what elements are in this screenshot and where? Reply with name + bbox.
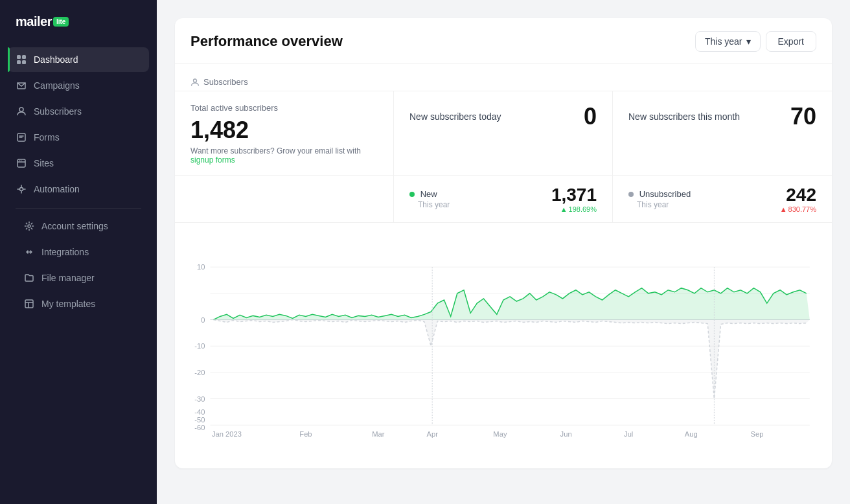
sidebar-bottom: Account settings Integrations File manag…	[8, 214, 149, 328]
new-today-value: 0	[584, 103, 597, 130]
svg-point-10	[28, 225, 30, 227]
sidebar-item-label: File manager	[41, 273, 95, 283]
file-manager-icon	[23, 272, 35, 284]
period-label: This year	[705, 36, 742, 47]
svg-text:Jul: Jul	[624, 430, 633, 438]
sidebar-item-label: Dashboard	[34, 54, 78, 65]
subscribers-label: Subscribers	[203, 77, 248, 87]
settings-icon	[23, 220, 35, 232]
new-dot	[409, 192, 415, 197]
svg-text:-10: -10	[194, 342, 205, 350]
sidebar-item-account-settings[interactable]: Account settings	[16, 214, 141, 238]
sub-stat-new-period: This year	[409, 200, 450, 209]
sub-stat-unsub-period: This year	[628, 200, 691, 209]
sub-stat-unsub-name: Unsubscribed	[628, 189, 691, 199]
sidebar-item-my-templates[interactable]: My templates	[16, 292, 141, 316]
stats-grid: Total active subscribers 1,482 Want more…	[175, 91, 832, 175]
main-content: Performance overview This year ▾ Export …	[157, 0, 850, 504]
templates-icon	[23, 298, 35, 310]
svg-point-12	[194, 79, 197, 82]
section-label: Subscribers	[190, 72, 816, 91]
sidebar-item-dashboard[interactable]: Dashboard	[8, 47, 149, 72]
sidebar-item-label: Account settings	[41, 221, 108, 231]
sidebar-item-sites[interactable]: Sites	[8, 151, 149, 176]
sub-stat-unsub-value: 242	[780, 185, 816, 205]
svg-text:-50: -50	[194, 416, 205, 424]
sub-stat-new: New This year 1,371 ▲ 198.69%	[394, 176, 613, 222]
svg-text:-40: -40	[194, 408, 205, 416]
page-title: Performance overview	[190, 33, 343, 50]
total-active-value: 1,482	[190, 117, 378, 144]
sub-stats-grid: New This year 1,371 ▲ 198.69%	[175, 175, 832, 222]
total-active-label: Total active subscribers	[190, 103, 378, 113]
grow-text: Want more subscribers? Grow your email l…	[190, 146, 378, 165]
period-selector[interactable]: This year ▾	[695, 31, 761, 52]
svg-rect-3	[22, 60, 26, 64]
svg-text:-20: -20	[194, 369, 205, 376]
sidebar-item-label: Automation	[34, 184, 80, 194]
nav-divider	[16, 208, 141, 209]
export-button[interactable]: Export	[766, 31, 816, 52]
new-month-cell: New subscribers this month 70	[613, 91, 832, 175]
sidebar-nav: Dashboard Campaigns Subscribers	[0, 47, 157, 504]
sub-stat-unsub-right: 242 ▲ 830.77%	[780, 185, 816, 213]
svg-point-8	[21, 160, 22, 161]
sidebar: mailerlite Dashboard Campaigns	[0, 0, 157, 504]
forms-icon	[16, 132, 27, 143]
chevron-down-icon: ▾	[746, 36, 751, 47]
arrow-up-red-icon: ▲	[780, 205, 787, 213]
integrations-icon	[23, 246, 35, 258]
total-active-cell: Total active subscribers 1,482 Want more…	[175, 91, 394, 175]
signup-forms-link[interactable]: signup forms	[190, 155, 235, 165]
svg-rect-1	[22, 55, 26, 59]
svg-point-9	[20, 188, 23, 191]
svg-rect-0	[17, 55, 21, 59]
new-today-content: New subscribers today 0	[409, 103, 597, 130]
subscribers-section: Subscribers	[175, 64, 832, 91]
performance-overview-card: Performance overview This year ▾ Export …	[175, 18, 832, 468]
sidebar-item-file-manager[interactable]: File manager	[16, 266, 141, 290]
sidebar-item-campaigns[interactable]: Campaigns	[8, 73, 149, 98]
new-month-content: New subscribers this month 70	[628, 103, 816, 130]
sub-stat-new-left: New This year	[409, 189, 450, 209]
sidebar-item-label: Integrations	[41, 247, 89, 257]
new-today-label: New subscribers today	[409, 111, 501, 122]
dashboard-icon	[16, 54, 27, 65]
new-month-label: New subscribers this month	[628, 111, 740, 122]
svg-point-4	[19, 108, 23, 111]
svg-text:Sep: Sep	[751, 430, 764, 438]
sub-stat-empty	[175, 176, 394, 222]
new-month-value: 70	[790, 103, 816, 130]
svg-rect-11	[25, 300, 33, 308]
svg-text:10: 10	[197, 263, 205, 271]
sub-stat-new-right: 1,371 ▲ 198.69%	[551, 185, 597, 213]
sidebar-item-integrations[interactable]: Integrations	[16, 240, 141, 264]
sidebar-item-subscribers[interactable]: Subscribers	[8, 99, 149, 124]
svg-text:Feb: Feb	[299, 430, 312, 438]
svg-text:Mar: Mar	[372, 430, 385, 438]
sidebar-item-automation[interactable]: Automation	[8, 177, 149, 201]
unsub-dot	[628, 192, 634, 197]
sites-icon	[16, 157, 27, 169]
sidebar-item-forms[interactable]: Forms	[8, 125, 149, 150]
sub-stat-unsubscribed: Unsubscribed This year 242 ▲ 830.77%	[613, 176, 832, 222]
perf-header: Performance overview This year ▾ Export	[175, 18, 832, 64]
logo: mailerlite	[0, 0, 157, 47]
sidebar-item-label: Sites	[34, 158, 54, 168]
svg-text:Jan 2023: Jan 2023	[212, 430, 242, 438]
svg-point-7	[19, 160, 20, 161]
sub-stat-new-value: 1,371	[551, 185, 597, 205]
campaigns-icon	[16, 80, 27, 91]
automation-icon	[16, 183, 27, 195]
svg-text:0: 0	[201, 316, 205, 324]
svg-text:Apr: Apr	[426, 430, 438, 438]
svg-text:May: May	[493, 430, 507, 438]
svg-text:Jun: Jun	[560, 430, 572, 438]
sidebar-item-label: Subscribers	[34, 106, 82, 117]
sidebar-item-label: Campaigns	[34, 80, 80, 91]
header-actions: This year ▾ Export	[695, 31, 816, 52]
sidebar-item-label: My templates	[41, 299, 95, 309]
arrow-up-icon: ▲	[560, 205, 568, 213]
svg-text:Aug: Aug	[685, 430, 698, 438]
svg-text:-60: -60	[194, 424, 205, 431]
